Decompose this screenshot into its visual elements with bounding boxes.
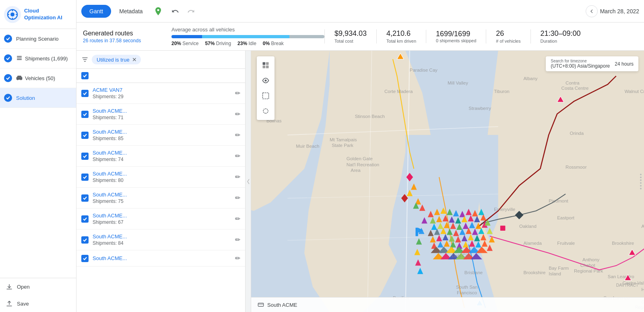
save-button[interactable]: Save bbox=[0, 295, 76, 312]
svg-text:Bay Farm: Bay Farm bbox=[549, 266, 569, 271]
svg-text:Emeryville: Emeryville bbox=[494, 207, 515, 212]
gantt-button[interactable]: Gantt bbox=[81, 5, 111, 18]
metadata-button[interactable]: Metadata bbox=[114, 5, 147, 18]
svg-text:South San: South San bbox=[456, 285, 478, 289]
svg-text:Regional Park: Regional Park bbox=[574, 269, 603, 273]
vehicle-checkbox-6[interactable] bbox=[81, 215, 89, 223]
map-pin-button[interactable] bbox=[151, 4, 165, 19]
main-content: Gantt Metadata March 28, 2022 G bbox=[76, 0, 644, 312]
select-all-checkbox[interactable] bbox=[81, 72, 89, 79]
check-icon bbox=[4, 35, 12, 43]
satellite-view-button[interactable] bbox=[258, 58, 273, 72]
sidebar-item-solution[interactable]: Solution bbox=[0, 88, 76, 108]
vehicle-shipments-3: Shipments: 74 bbox=[93, 157, 235, 162]
routes-count: 26 bbox=[83, 38, 88, 43]
filter-button[interactable] bbox=[81, 56, 89, 63]
redo-button[interactable] bbox=[185, 5, 198, 18]
vehicle-row[interactable]: South ACME... Shipments: 84 ✏ bbox=[76, 229, 245, 250]
vehicle-checkbox-5[interactable] bbox=[81, 194, 89, 202]
sidebar-item-label-solution: Solution bbox=[16, 95, 35, 101]
sidebar-item-label-vehicles: Vehicles (50) bbox=[25, 75, 55, 81]
edit-icon-6[interactable]: ✏ bbox=[235, 215, 240, 223]
shipments-ratio-value: 1699/1699 bbox=[436, 30, 476, 38]
sidebar-item-planning-scenario[interactable]: Planning Scenario bbox=[0, 29, 76, 49]
timezone-section: Search for timezone (UTC+8:00) Asia/Sing… bbox=[551, 59, 610, 69]
bottom-label: South ACME bbox=[251, 297, 644, 312]
eye-icon bbox=[262, 76, 270, 85]
vehicle-checkbox-0[interactable] bbox=[81, 90, 89, 97]
logo-text: Cloud Optimization AI bbox=[24, 8, 72, 21]
open-button[interactable]: Open bbox=[0, 278, 76, 295]
svg-text:Paradise Cay: Paradise Cay bbox=[410, 68, 438, 72]
svg-point-1 bbox=[10, 12, 14, 17]
save-label: Save bbox=[17, 301, 29, 307]
map-background: Golden Gate Nat'l Recreation Area Muir B… bbox=[251, 51, 644, 312]
vehicle-checkbox-3[interactable] bbox=[81, 153, 89, 160]
vehicle-checkbox-1[interactable] bbox=[81, 111, 89, 118]
vehicle-list-icon bbox=[258, 302, 264, 308]
edit-icon-1[interactable]: ✏ bbox=[235, 110, 240, 118]
vehicle-row[interactable]: South ACME... Shipments: 74 ✏ bbox=[76, 146, 245, 167]
sidebar-item-shipments[interactable]: Shipments (1,699) bbox=[0, 49, 76, 68]
vehicle-checkbox-7[interactable] bbox=[81, 236, 89, 244]
svg-text:Stinson Beach: Stinson Beach bbox=[355, 114, 385, 119]
map-area[interactable]: Golden Gate Nat'l Recreation Area Muir B… bbox=[251, 51, 644, 312]
select-all-row[interactable] bbox=[76, 69, 245, 83]
vehicle-checkbox-8[interactable] bbox=[81, 255, 89, 262]
vehicle-row[interactable]: South ACME... Shipments: 80 ✏ bbox=[76, 167, 245, 188]
service-bar bbox=[171, 35, 202, 38]
svg-rect-7 bbox=[17, 58, 22, 58]
driving-label: 57% Driving bbox=[205, 41, 231, 46]
date-prev-button[interactable] bbox=[586, 5, 598, 17]
undo-icon bbox=[171, 7, 179, 15]
vehicle-info-0: ACME VAN7 Shipments: 29 bbox=[93, 87, 235, 99]
vehicle-row[interactable]: South ACME... ✏ bbox=[76, 250, 245, 267]
vehicle-checkbox-4[interactable] bbox=[81, 174, 89, 181]
vehicles-count-label: # of vehicles bbox=[496, 39, 520, 43]
edit-icon-2[interactable]: ✏ bbox=[235, 131, 240, 139]
duration-stat: 21:30–09:00 Duration bbox=[530, 29, 590, 43]
map-expand-handle[interactable] bbox=[640, 174, 642, 189]
vehicle-name-5: South ACME... bbox=[93, 192, 235, 198]
vehicle-row[interactable]: South ACME... Shipments: 85 ✏ bbox=[76, 125, 245, 146]
filter-chip-close[interactable]: ✕ bbox=[132, 56, 137, 63]
avg-label: Average across all vehicles bbox=[171, 27, 324, 33]
collapse-handle[interactable] bbox=[246, 51, 251, 312]
map-pin-icon bbox=[153, 6, 163, 16]
select-area-button[interactable] bbox=[258, 89, 273, 103]
check-icon-shipments bbox=[4, 54, 12, 62]
total-km-stat: 4,210.6 Total km driven bbox=[376, 29, 426, 43]
vehicle-list: Utilized is true ✕ ACME VAN7 bbox=[76, 51, 246, 312]
total-cost-label: Total cost bbox=[334, 39, 367, 43]
edit-icon-0[interactable]: ✏ bbox=[235, 89, 240, 97]
undo-button[interactable] bbox=[169, 5, 182, 18]
edit-icon-7[interactable]: ✏ bbox=[235, 236, 240, 244]
sidebar-item-vehicles[interactable]: Vehicles (50) bbox=[0, 68, 76, 88]
vehicle-row[interactable]: South ACME... Shipments: 71 ✏ bbox=[76, 104, 245, 125]
edit-icon-5[interactable]: ✏ bbox=[235, 194, 240, 202]
edit-icon-3[interactable]: ✏ bbox=[235, 152, 240, 160]
vehicle-checkbox-2[interactable] bbox=[81, 132, 89, 139]
filter-chip-utilized[interactable]: Utilized is true ✕ bbox=[92, 55, 141, 64]
edit-icon-8[interactable]: ✏ bbox=[235, 254, 240, 262]
vehicle-shipments-7: Shipments: 84 bbox=[93, 240, 235, 246]
vehicle-rows: ACME VAN7 Shipments: 29 ✏ South ACME... … bbox=[76, 83, 245, 312]
svg-text:Oakland: Oakland bbox=[519, 224, 537, 229]
vehicle-row[interactable]: South ACME... Shipments: 75 ✏ bbox=[76, 188, 245, 209]
svg-text:Brisbane: Brisbane bbox=[464, 270, 483, 275]
edit-icon-4[interactable]: ✏ bbox=[235, 173, 240, 181]
vehicle-row[interactable]: ACME VAN7 Shipments: 29 ✏ bbox=[76, 83, 245, 104]
dot-3 bbox=[640, 179, 642, 181]
idle-bar bbox=[289, 35, 324, 38]
svg-text:Daly City: Daly City bbox=[452, 253, 470, 258]
svg-rect-173 bbox=[263, 66, 266, 68]
total-cost-stat: $9,934.03 Total cost bbox=[324, 29, 376, 43]
svg-rect-108 bbox=[500, 225, 506, 231]
vehicle-row[interactable]: South ACME... Shipments: 67 ✏ bbox=[76, 209, 245, 229]
dot-5 bbox=[640, 185, 642, 186]
lasso-select-button[interactable] bbox=[258, 104, 273, 118]
svg-text:Mill Valley: Mill Valley bbox=[448, 81, 468, 85]
total-km-value: 4,210.6 bbox=[386, 29, 416, 38]
vehicle-info-3: South ACME... Shipments: 74 bbox=[93, 150, 235, 162]
visibility-button[interactable] bbox=[258, 73, 273, 88]
